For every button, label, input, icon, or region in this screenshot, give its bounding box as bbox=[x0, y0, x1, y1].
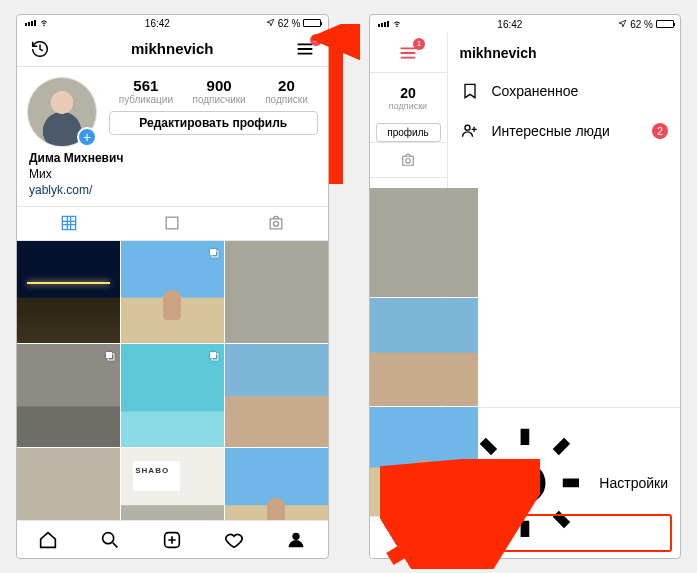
carousel-icon bbox=[208, 245, 220, 257]
svg-point-11 bbox=[508, 467, 540, 499]
posts-grid bbox=[17, 241, 328, 521]
svg-rect-5 bbox=[210, 352, 216, 358]
svg-point-9 bbox=[293, 532, 300, 539]
tab-grid[interactable] bbox=[17, 207, 121, 239]
left-phone: 16:42 62 % mikhnevich 1 + 561 пу bbox=[16, 14, 329, 559]
svg-rect-1 bbox=[210, 249, 216, 255]
stat-posts[interactable]: 561 публикации bbox=[119, 77, 173, 105]
cell-signal-icon bbox=[378, 21, 389, 27]
menu-button[interactable]: 1 bbox=[292, 36, 318, 62]
loc-arrow-icon bbox=[618, 19, 627, 30]
bio-sub: Мих bbox=[29, 167, 316, 183]
menu-badge: 1 bbox=[413, 38, 425, 50]
drawer-username: mikhnevich bbox=[448, 33, 681, 71]
profile-tabs bbox=[17, 206, 328, 240]
battery-pct: 62 % bbox=[630, 19, 653, 30]
menu-item-settings[interactable]: Настройки bbox=[448, 407, 681, 558]
battery-icon bbox=[303, 19, 321, 27]
svg-rect-0 bbox=[166, 217, 178, 229]
post-thumb[interactable] bbox=[370, 407, 479, 516]
post-thumb[interactable] bbox=[121, 448, 224, 520]
stat-following-sliver[interactable]: 20 подписки bbox=[370, 73, 447, 123]
loc-arrow-icon bbox=[266, 18, 275, 29]
status-bar: 16:42 62 % bbox=[370, 15, 681, 33]
status-bar: 16:42 62 % bbox=[17, 15, 328, 31]
tab-feed[interactable] bbox=[121, 207, 225, 239]
edit-profile-button[interactable]: Редактировать профиль bbox=[109, 111, 318, 135]
menu-item-saved[interactable]: Сохраненное bbox=[448, 71, 681, 111]
discover-badge: 2 bbox=[652, 123, 668, 139]
menu-item-discover[interactable]: Интересные люди 2 bbox=[448, 111, 681, 151]
bottom-nav bbox=[17, 520, 328, 558]
menu-label: Сохраненное bbox=[492, 83, 579, 99]
add-story-icon[interactable]: + bbox=[77, 127, 97, 147]
post-thumb[interactable] bbox=[17, 344, 120, 447]
carousel-icon bbox=[104, 348, 116, 360]
menu-button[interactable]: 1 bbox=[395, 40, 421, 66]
profile-header: mikhnevich 1 bbox=[17, 31, 328, 67]
cell-signal-icon bbox=[25, 20, 36, 26]
post-thumb[interactable] bbox=[17, 448, 120, 520]
right-phone: 16:42 62 % 1 20 подписки профиль bbox=[369, 14, 682, 559]
post-thumb[interactable] bbox=[225, 344, 328, 447]
menu-badge: 1 bbox=[310, 34, 322, 46]
post-thumb[interactable] bbox=[121, 241, 224, 344]
tab-tagged[interactable] bbox=[224, 207, 328, 239]
battery-pct: 62 % bbox=[278, 18, 301, 29]
settings-label: Настройки bbox=[599, 475, 668, 491]
bio-name: Дима Михневич bbox=[29, 151, 316, 167]
wifi-icon bbox=[392, 18, 402, 30]
username-title[interactable]: mikhnevich bbox=[131, 40, 214, 57]
bio: Дима Михневич Мих yablyk.com/ bbox=[17, 151, 328, 206]
archive-icon[interactable] bbox=[27, 36, 53, 62]
tab-tagged[interactable] bbox=[370, 142, 447, 178]
avatar[interactable]: + bbox=[27, 77, 97, 147]
stat-followers[interactable]: 900 подписчики bbox=[192, 77, 245, 105]
svg-rect-3 bbox=[106, 352, 112, 358]
svg-point-10 bbox=[405, 530, 412, 537]
wifi-icon bbox=[39, 17, 49, 29]
nav-search[interactable] bbox=[79, 521, 141, 558]
nav-activity[interactable] bbox=[203, 521, 265, 558]
status-time: 16:42 bbox=[145, 18, 170, 29]
bio-link[interactable]: yablyk.com/ bbox=[29, 183, 316, 199]
profile-top: + 561 публикации 900 подписчики 20 подпи… bbox=[17, 67, 328, 151]
post-thumb[interactable] bbox=[121, 344, 224, 447]
nav-add[interactable] bbox=[141, 521, 203, 558]
battery-icon bbox=[656, 20, 674, 28]
nav-profile[interactable] bbox=[265, 521, 327, 558]
post-thumb[interactable] bbox=[225, 241, 328, 344]
stat-following[interactable]: 20 подписки bbox=[265, 77, 308, 105]
post-thumb[interactable] bbox=[370, 188, 479, 297]
menu-label: Интересные люди bbox=[492, 123, 610, 139]
nav-profile[interactable] bbox=[370, 517, 448, 558]
status-time: 16:42 bbox=[497, 19, 522, 30]
drawer-menu: Сохраненное Интересные люди 2 bbox=[448, 71, 681, 407]
edit-profile-fragment[interactable]: профиль bbox=[376, 123, 441, 142]
carousel-icon bbox=[208, 348, 220, 360]
nav-home[interactable] bbox=[17, 521, 79, 558]
profile-sliver: 1 20 подписки профиль bbox=[370, 33, 448, 558]
post-thumb[interactable] bbox=[370, 298, 479, 407]
post-thumb[interactable] bbox=[225, 448, 328, 520]
svg-point-7 bbox=[103, 532, 114, 543]
side-drawer: mikhnevich Сохраненное Интересные люди 2… bbox=[448, 33, 681, 558]
post-thumb[interactable] bbox=[17, 241, 120, 344]
